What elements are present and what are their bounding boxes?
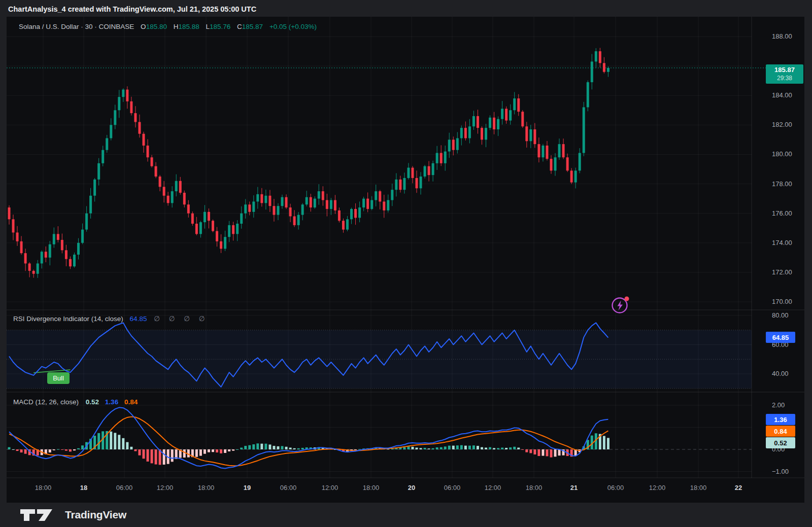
macd-hist-value: 0.52 [86,398,99,406]
close-label: C [237,23,242,30]
rsi-value: 64.85 [130,315,147,323]
lightning-bolt-icon [618,301,623,311]
price-axis-label: 180.00 [772,150,792,158]
price-axis-label: 182.00 [772,121,792,128]
tradingview-logo[interactable] [20,507,54,522]
time-axis-label: 18:00 [363,484,380,491]
time-axis-label: 12:00 [322,484,339,491]
rsi-title[interactable]: RSI Divergence Indicator (14, close) [13,315,123,323]
footer: TradingView [0,503,812,527]
low-label: L [206,23,210,30]
time-axis-label: 06:00 [607,484,624,491]
time-axis-label: 18:00 [526,484,543,491]
time-axis-label: 06:00 [280,484,297,491]
macd-title[interactable]: MACD (12, 26, close) [13,398,79,406]
price-axis-label: 188.00 [772,32,792,40]
low-value: 185.76 [210,23,230,30]
time-axis-label: 18:00 [198,484,215,491]
macd-hist-badge: 0.52 [766,437,795,448]
rsi-value-badge: 64.85 [766,332,795,343]
open-label: O [141,23,146,30]
time-axis-label: 06:00 [116,484,133,491]
macd-histogram [8,431,610,465]
high-label: H [174,23,179,30]
high-value: 185.88 [178,23,199,30]
time-axis-label: 12:00 [157,484,174,491]
symbol-title[interactable]: Solana / U.S. Dollar · 30 · COINBASE [19,23,134,30]
price-axis-label: 170.00 [772,298,792,305]
time-axis-day-label: 19 [244,484,251,491]
open-value: 185.80 [146,23,167,30]
bar-countdown: 29:38 [777,74,792,82]
rsi-axis-label: 80.00 [772,311,789,319]
rsi-axis-label: 40.00 [772,370,789,377]
macd-line-badge: 1.36 [766,414,795,425]
time-axis-day-label: 20 [408,484,415,491]
time-axis-day-label: 18 [80,484,87,491]
macd-signal-value: 0.84 [124,398,138,406]
price-axis-label: 174.00 [772,239,792,247]
time-axis-label: 12:00 [485,484,501,491]
time-axis-label: 18:00 [690,484,707,491]
macd-axis-label: −1.00 [772,468,789,475]
alert-dot [625,297,629,301]
macd-axis-label: 2.00 [772,401,785,409]
price-axis-label: 184.00 [772,91,792,99]
page-title-text: ChartAnalysis_4 created with TradingView… [8,5,256,13]
macd-line-value: 1.36 [105,398,118,406]
time-axis-label: 06:00 [444,484,461,491]
time-axis-label: 12:00 [649,484,666,491]
change-value: +0.05 (+0.03%) [269,23,317,30]
close-value: 185.87 [242,23,263,30]
price-axis-label: 172.00 [772,268,792,276]
rsi-legend[interactable]: RSI Divergence Indicator (14, close) 64.… [13,314,208,323]
time-axis-day-label: 22 [735,484,742,491]
bull-divergence-label[interactable]: Bull [47,372,70,384]
time-axis-day-label: 21 [570,484,578,491]
page-title: ChartAnalysis_4 created with TradingView… [8,3,256,15]
symbol-legend[interactable]: Solana / U.S. Dollar · 30 · COINBASE O18… [19,23,317,30]
price-axis-label: 176.00 [772,209,792,217]
rsi-empty-values: ∅ ∅ ∅ ∅ [154,315,208,323]
price-axis-label: 178.00 [772,180,792,188]
page: ChartAnalysis_4 created with TradingView… [0,0,812,527]
macd-signal-badge: 0.84 [766,426,795,437]
chart-widget: Solana / U.S. Dollar · 30 · COINBASE O18… [7,17,804,503]
macd-legend[interactable]: MACD (12, 26, close) 0.52 1.36 0.84 [13,398,138,406]
chart-canvas[interactable] [7,17,804,503]
last-price-badge: 185.87 29:38 [766,64,803,84]
candles-series [8,48,610,278]
flash-feature-icon[interactable] [606,292,634,316]
time-axis-label: 18:00 [35,484,52,491]
brand-name[interactable]: TradingView [65,509,126,521]
last-price-value: 185.87 [774,66,795,74]
